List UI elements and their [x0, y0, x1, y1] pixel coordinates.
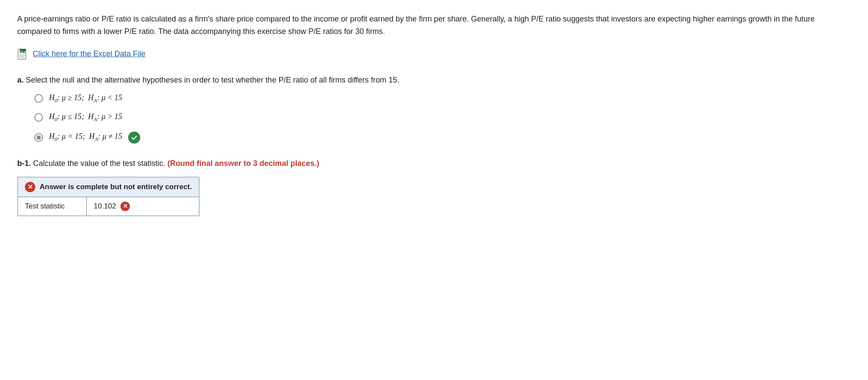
- radio-circle-1[interactable]: [34, 94, 43, 103]
- option-2-text: H0: μ ≤ 15; HA: μ > 15: [49, 112, 122, 123]
- answer-error-icon: ✕: [25, 182, 35, 192]
- excel-data-file-link[interactable]: Click here for the Excel Data File: [33, 49, 145, 58]
- intro-paragraph: A price-earnings ratio or P/E ratio is c…: [17, 13, 851, 38]
- part-b1-label: b-1.: [17, 159, 31, 168]
- excel-file-icon: XLS: [17, 48, 29, 60]
- excel-link-row: XLS Click here for the Excel Data File: [17, 48, 851, 60]
- answer-box: ✕ Answer is complete but not entirely co…: [17, 177, 200, 216]
- option-1-text: H0: μ ≥ 15; HA: μ < 15: [49, 93, 122, 104]
- svg-text:XLS: XLS: [20, 51, 26, 54]
- test-statistic-value-cell: 10.102 ✕: [87, 197, 137, 215]
- hypothesis-options: H0: μ ≥ 15; HA: μ < 15 H0: μ ≤ 15; HA: μ…: [34, 93, 851, 144]
- radio-circle-2[interactable]: [34, 113, 43, 122]
- part-a-question: Select the null and the alternative hypo…: [26, 76, 399, 84]
- answer-status-label: Answer is complete but not entirely corr…: [40, 183, 192, 191]
- part-b1-heading: b-1. Calculate the value of the test sta…: [17, 159, 851, 168]
- option-3-text: H0: μ = 15; HA: μ ≠ 15: [49, 132, 122, 143]
- radio-option-1[interactable]: H0: μ ≥ 15; HA: μ < 15: [34, 93, 851, 104]
- radio-option-2[interactable]: H0: μ ≤ 15; HA: μ > 15: [34, 112, 851, 123]
- radio-option-3[interactable]: H0: μ = 15; HA: μ ≠ 15: [34, 132, 851, 144]
- part-a-label: a.: [17, 76, 24, 84]
- test-statistic-value: 10.102: [94, 202, 116, 211]
- test-statistic-label: Test statistic: [18, 197, 87, 215]
- part-b1-section: b-1. Calculate the value of the test sta…: [17, 159, 851, 168]
- round-note: (Round final answer to 3 decimal places.…: [167, 159, 319, 168]
- part-b1-question: Calculate the value of the test statisti…: [33, 159, 165, 168]
- answer-header: ✕ Answer is complete but not entirely co…: [18, 178, 199, 197]
- answer-row: Test statistic 10.102 ✕: [18, 197, 199, 215]
- value-error-icon: ✕: [120, 202, 130, 211]
- radio-circle-3[interactable]: [34, 133, 43, 142]
- part-a-section: a. Select the null and the alternative h…: [17, 76, 851, 144]
- part-a-heading: a. Select the null and the alternative h…: [17, 76, 851, 85]
- correct-check-icon: [128, 132, 140, 144]
